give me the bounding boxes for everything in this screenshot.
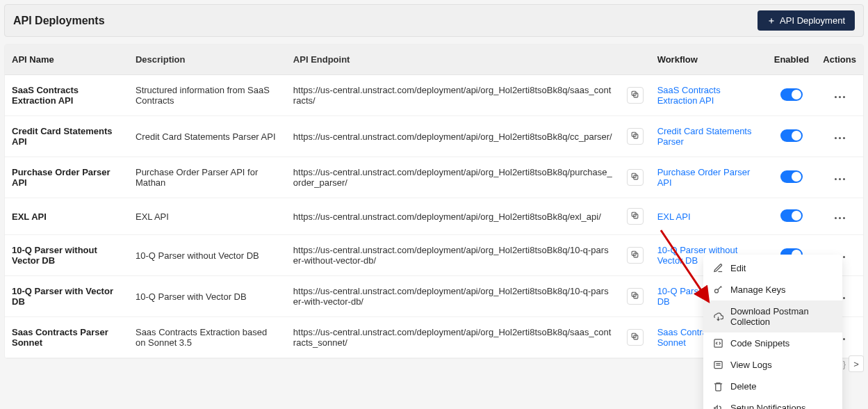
row-actions-button[interactable] — [832, 93, 848, 101]
fragment-brace: } — [843, 359, 846, 369]
cell-name: EXL API — [5, 198, 129, 235]
copy-icon — [630, 131, 639, 142]
menu-item-delete[interactable]: Delete — [703, 376, 842, 397]
workflow-link[interactable]: SaaS Contracts Extraction API — [657, 85, 721, 106]
table-row: Credit Card Statements APICredit Card St… — [5, 116, 863, 157]
cell-description: Credit Card Statements Parser API — [129, 116, 286, 157]
cell-description: 10-Q Parser with Vector DB — [129, 276, 286, 317]
workflow-link[interactable]: Credit Card Statements Parser — [657, 126, 752, 147]
column-header-workflow: Workflow — [650, 45, 767, 75]
copy-endpoint-button[interactable] — [627, 169, 644, 186]
copy-endpoint-button[interactable] — [627, 128, 644, 145]
row-actions-button[interactable] — [832, 214, 848, 222]
menu-label: Code Snippets — [730, 338, 789, 348]
delete-icon — [713, 381, 723, 392]
cell-endpoint: https://us-central.unstract.com/deployme… — [286, 276, 620, 317]
cell-endpoint: https://us-central.unstract.com/deployme… — [286, 157, 620, 198]
logs-icon — [713, 360, 723, 370]
cell-endpoint: https://us-central.unstract.com/deployme… — [286, 317, 620, 358]
page-header: API Deployments API Deployment — [4, 4, 864, 37]
copy-endpoint-button[interactable] — [627, 329, 644, 346]
cloud-download-icon — [713, 312, 723, 322]
copy-endpoint-button[interactable] — [627, 208, 644, 225]
menu-label: Manage Keys — [730, 284, 786, 295]
key-icon — [713, 284, 723, 295]
menu-item-setup-notifications[interactable]: Setup Notifications — [703, 397, 842, 409]
pagination-fragment: } > — [843, 355, 864, 372]
cell-name: 10-Q Parser without Vector DB — [5, 235, 129, 276]
table-row: EXL APIEXL APIhttps://us-central.unstrac… — [5, 198, 863, 235]
row-actions-button[interactable] — [832, 134, 848, 142]
cell-name: Purchase Order Parser API — [5, 157, 129, 198]
column-header-endpoint: API Endpoint — [286, 45, 650, 75]
enabled-toggle[interactable] — [780, 209, 803, 222]
cell-name: 10-Q Parser with Vector DB — [5, 276, 129, 317]
copy-icon — [630, 172, 639, 183]
table-row: Purchase Order Parser APIPurchase Order … — [5, 157, 863, 198]
column-header-name: API Name — [5, 45, 129, 75]
menu-item-view-logs[interactable]: View Logs — [703, 354, 842, 376]
plus-icon — [767, 17, 776, 25]
cell-endpoint: https://us-central.unstract.com/deployme… — [286, 116, 620, 157]
copy-endpoint-button[interactable] — [627, 87, 644, 104]
copy-icon — [630, 332, 639, 343]
menu-item-edit[interactable]: Edit — [703, 257, 842, 279]
svg-point-16 — [715, 289, 719, 293]
cell-description: EXL API — [129, 198, 286, 235]
copy-icon — [630, 211, 639, 222]
menu-label: Setup Notifications — [730, 403, 805, 409]
menu-label: Download Postman Collection — [730, 306, 833, 327]
cell-endpoint: https://us-central.unstract.com/deployme… — [286, 235, 620, 276]
cell-endpoint: https://us-central.unstract.com/deployme… — [286, 75, 620, 116]
pagination-next[interactable]: > — [849, 355, 864, 372]
menu-item-code-snippets[interactable]: Code Snippets — [703, 332, 842, 354]
code-icon — [713, 338, 723, 348]
cell-description: 10-Q Parser without Vector DB — [129, 235, 286, 276]
menu-item-manage-keys[interactable]: Manage Keys — [703, 279, 842, 300]
new-api-deployment-button[interactable]: API Deployment — [758, 10, 855, 31]
enabled-toggle[interactable] — [780, 170, 803, 183]
copy-icon — [630, 250, 639, 261]
copy-endpoint-button[interactable] — [627, 247, 644, 264]
copy-icon — [630, 291, 639, 302]
column-header-actions: Actions — [816, 45, 863, 75]
cell-name: SaaS Contracts Extraction API — [5, 75, 129, 116]
cell-name: Credit Card Statements API — [5, 116, 129, 157]
cell-description: Structured information from SaaS Contrac… — [129, 75, 286, 116]
column-header-enabled: Enabled — [767, 45, 817, 75]
enabled-toggle[interactable] — [780, 88, 803, 101]
megaphone-icon — [713, 403, 723, 409]
menu-label: View Logs — [730, 360, 772, 370]
row-actions-button[interactable] — [832, 175, 848, 183]
new-button-label: API Deployment — [780, 15, 845, 26]
cell-description: Saas Contracts Extraction based on Sonne… — [129, 317, 286, 358]
workflow-link[interactable]: EXL API — [657, 211, 691, 222]
menu-item-download-postman[interactable]: Download Postman Collection — [703, 300, 842, 332]
cell-name: Saas Contracts Parser Sonnet — [5, 317, 129, 358]
copy-endpoint-button[interactable] — [627, 288, 644, 305]
table-row: SaaS Contracts Extraction APIStructured … — [5, 75, 863, 116]
column-header-description: Description — [129, 45, 286, 75]
menu-label: Edit — [730, 263, 746, 273]
cell-description: Purchase Order Parser API for Mathan — [129, 157, 286, 198]
row-actions-menu: Edit Manage Keys Download Postman Collec… — [703, 255, 842, 409]
copy-icon — [630, 90, 639, 101]
workflow-link[interactable]: Purchase Order Parser API — [657, 167, 751, 188]
page-title: API Deployments — [13, 15, 105, 27]
menu-label: Delete — [730, 381, 757, 392]
cell-endpoint: https://us-central.unstract.com/deployme… — [286, 198, 620, 235]
enabled-toggle[interactable] — [780, 129, 803, 142]
edit-icon — [713, 263, 723, 273]
